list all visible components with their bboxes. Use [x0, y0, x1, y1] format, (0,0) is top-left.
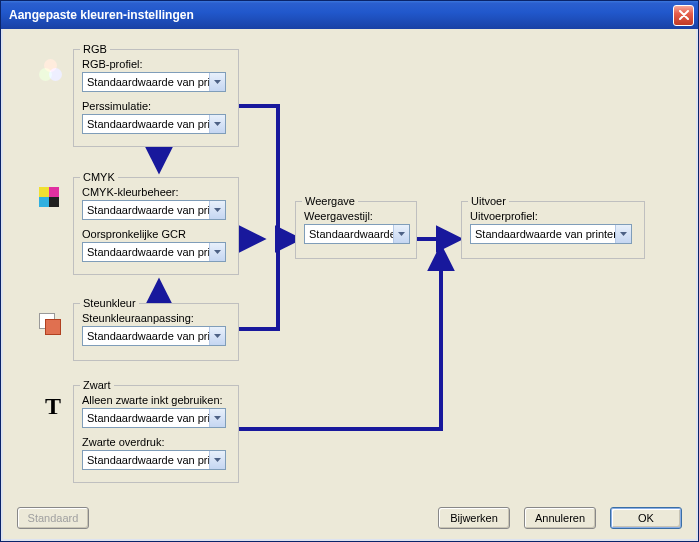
spot-legend: Steunkleur: [80, 297, 139, 309]
chevron-down-icon: [214, 80, 221, 84]
chevron-down-icon: [620, 232, 627, 236]
output-profile-label: Uitvoerprofiel:: [470, 210, 636, 222]
cmyk-group: CMYK CMYK-kleurbeheer: Standaardwaarde v…: [73, 177, 239, 275]
gcr-label: Oorspronkelijke GCR: [82, 228, 230, 240]
press-sim-label: Perssimulatie:: [82, 100, 230, 112]
output-profile-select[interactable]: Standaardwaarde van printer: [470, 224, 632, 244]
cancel-button[interactable]: Annuleren: [524, 507, 596, 529]
rgb-legend: RGB: [80, 43, 110, 55]
black-overprint-label: Zwarte overdruk:: [82, 436, 230, 448]
rgb-profile-label: RGB-profiel:: [82, 58, 230, 70]
black-only-value: Standaardwaarde van pri: [87, 412, 209, 424]
display-style-label: Weergavestijl:: [304, 210, 408, 222]
chevron-down-icon: [214, 334, 221, 338]
gcr-value: Standaardwaarde van pri: [87, 246, 209, 258]
rgb-group: RGB RGB-profiel: Standaardwaarde van pri…: [73, 49, 239, 147]
spot-icon: [39, 313, 63, 337]
dropdown-button[interactable]: [615, 225, 631, 243]
spot-match-value: Standaardwaarde van pri: [87, 330, 209, 342]
chevron-down-icon: [214, 250, 221, 254]
gcr-select[interactable]: Standaardwaarde van pri: [82, 242, 226, 262]
client-area: RGB RGB-profiel: Standaardwaarde van pri…: [1, 29, 698, 541]
default-button[interactable]: Standaard: [17, 507, 89, 529]
chevron-down-icon: [214, 458, 221, 462]
dropdown-button[interactable]: [209, 409, 225, 427]
black-overprint-select[interactable]: Standaardwaarde van pri: [82, 450, 226, 470]
output-group: Uitvoer Uitvoerprofiel: Standaardwaarde …: [461, 201, 645, 259]
chevron-down-icon: [214, 122, 221, 126]
output-profile-value: Standaardwaarde van printer: [475, 228, 615, 240]
chevron-down-icon: [214, 416, 221, 420]
close-icon: [679, 10, 689, 20]
dropdown-button[interactable]: [209, 201, 225, 219]
display-group: Weergave Weergavestijl: Standaardwaarde: [295, 201, 417, 259]
rgb-profile-select[interactable]: Standaardwaarde van pri: [82, 72, 226, 92]
display-style-value: Standaardwaarde: [309, 228, 393, 240]
rgb-icon: [39, 59, 63, 83]
chevron-down-icon: [214, 208, 221, 212]
titlebar: Aangepaste kleuren-instellingen: [1, 1, 698, 29]
black-overprint-value: Standaardwaarde van pri: [87, 454, 209, 466]
black-legend: Zwart: [80, 379, 114, 391]
press-sim-select[interactable]: Standaardwaarde van pri: [82, 114, 226, 134]
cmyk-legend: CMYK: [80, 171, 118, 183]
black-only-select[interactable]: Standaardwaarde van pri: [82, 408, 226, 428]
cmyk-icon: [39, 187, 63, 211]
dropdown-button[interactable]: [209, 115, 225, 133]
black-only-label: Alleen zwarte inkt gebruiken:: [82, 394, 230, 406]
output-legend: Uitvoer: [468, 195, 509, 207]
spot-group: Steunkleur Steunkleuraanpassing: Standaa…: [73, 303, 239, 361]
cmyk-mgmt-label: CMYK-kleurbeheer:: [82, 186, 230, 198]
window-title: Aangepaste kleuren-instellingen: [9, 8, 673, 22]
dropdown-button[interactable]: [209, 243, 225, 261]
chevron-down-icon: [398, 232, 405, 236]
spot-match-select[interactable]: Standaardwaarde van pri: [82, 326, 226, 346]
ok-button[interactable]: OK: [610, 507, 682, 529]
display-style-select[interactable]: Standaardwaarde: [304, 224, 410, 244]
cmyk-mgmt-select[interactable]: Standaardwaarde van pri: [82, 200, 226, 220]
dropdown-button[interactable]: [209, 451, 225, 469]
dialog-window: Aangepaste kleuren-instellingen: [0, 0, 699, 542]
dropdown-button[interactable]: [393, 225, 409, 243]
spot-match-label: Steunkleuraanpassing:: [82, 312, 230, 324]
button-row: Standaard Bijwerken Annuleren OK: [17, 507, 682, 529]
black-group: Zwart Alleen zwarte inkt gebruiken: Stan…: [73, 385, 239, 483]
cmyk-mgmt-value: Standaardwaarde van pri: [87, 204, 209, 216]
text-icon: T: [41, 395, 65, 419]
dropdown-button[interactable]: [209, 327, 225, 345]
dropdown-button[interactable]: [209, 73, 225, 91]
update-button[interactable]: Bijwerken: [438, 507, 510, 529]
press-sim-value: Standaardwaarde van pri: [87, 118, 209, 130]
display-legend: Weergave: [302, 195, 358, 207]
close-button[interactable]: [673, 5, 694, 26]
rgb-profile-value: Standaardwaarde van pri: [87, 76, 209, 88]
